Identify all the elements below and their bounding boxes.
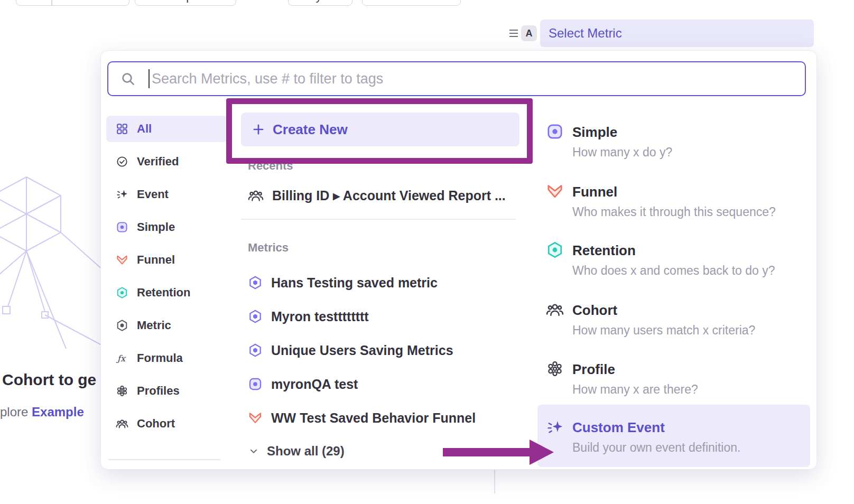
range-ytd-button[interactable]: YTD <box>51 0 109 3</box>
sidebar-item-all[interactable]: All <box>106 116 228 142</box>
metric-type-title: Custom Event <box>572 419 665 436</box>
sidebar-item-label: All <box>137 122 152 136</box>
sidebar-item-funnel[interactable]: Funnel <box>106 247 228 273</box>
text-caret <box>148 69 150 88</box>
funnel-icon <box>116 254 128 266</box>
empty-state-title: Cohort to ge <box>2 371 96 389</box>
chart-type-label: Line <box>393 0 446 3</box>
compare-label: Compare <box>135 0 236 3</box>
board-icon <box>248 377 263 391</box>
sidebar-item-label: Event <box>137 188 169 201</box>
recent-item-label: Billing ID ▸ Account Viewed Report ... <box>272 188 506 203</box>
metric-type-description: How many users match x criteria? <box>572 323 755 338</box>
grid-icon <box>116 123 128 135</box>
line-chart-icon <box>376 0 388 3</box>
show-all-label: Show all (29) <box>267 444 345 459</box>
sidebar-item-simple[interactable]: Simple <box>106 214 228 240</box>
sidebar-item-label: Metric <box>137 319 171 332</box>
saved-metric-item[interactable]: myronQA test <box>241 372 518 396</box>
metric-type-cohort[interactable]: Cohort How many users match x criteria? <box>537 301 810 359</box>
chevron-down-icon <box>248 445 259 457</box>
select-metric-field[interactable]: Select Metric <box>540 20 814 47</box>
metric-type-title: Profile <box>572 361 615 378</box>
sidebar-item-event[interactable]: Event <box>106 181 228 208</box>
svg-text:ƒx: ƒx <box>116 353 126 363</box>
sidebar-item-profiles[interactable]: Profiles <box>106 378 228 404</box>
simple-icon <box>116 221 128 234</box>
series-letter-badge: A <box>521 25 537 41</box>
create-new-button[interactable]: Create New <box>241 113 519 146</box>
metric-type-funnel[interactable]: Funnel Who makes it through this sequenc… <box>537 182 810 240</box>
saved-metric-item[interactable]: WW Test Saved Behavior Funnel <box>241 406 518 430</box>
section-divider <box>241 219 516 220</box>
subtext-fragment: plore <box>0 405 32 419</box>
search-input[interactable] <box>107 61 806 96</box>
metric-type-retention[interactable]: Retention Who does x and comes back to d… <box>537 241 810 299</box>
metric-type-title: Simple <box>572 124 617 141</box>
sidebar-item-verified[interactable]: Verified <box>106 148 228 175</box>
profiles-flower-icon <box>546 360 564 378</box>
sidebar-item-label: Funnel <box>137 253 175 267</box>
sidebar-item-partial[interactable] <box>106 463 228 470</box>
metric-type-title: Cohort <box>572 302 617 319</box>
sidebar-item-label: Retention <box>137 286 190 300</box>
metric-type-custom-event[interactable]: Custom Event Build your own event defini… <box>537 405 810 467</box>
metrics-header: Metrics <box>248 241 289 255</box>
empty-state-subtext: plore Example <box>0 405 84 419</box>
sidebar-item-label: Verified <box>137 155 179 169</box>
saved-metric-item[interactable]: Hans Testing saved metric <box>241 271 518 294</box>
cohort-people-icon <box>116 417 128 430</box>
recent-item[interactable]: Billing ID ▸ Account Viewed Report ... <box>241 184 518 207</box>
metric-hexagon-icon <box>248 309 263 324</box>
sidebar-divider <box>108 459 220 460</box>
metric-type-simple[interactable]: Simple How many x do y? <box>537 123 810 181</box>
sidebar-item-label: Profiles <box>137 384 180 398</box>
sidebar-item-formula[interactable]: ƒx Formula <box>106 345 228 371</box>
search-icon <box>120 71 136 87</box>
saved-metric-item[interactable]: Myron testttttttt <box>241 305 518 328</box>
metric-type-description: Who makes it through this sequence? <box>572 205 776 219</box>
panel-divider <box>494 468 495 493</box>
compare-button[interactable]: Compare <box>135 0 236 6</box>
saved-metric-label: Unique Users Saving Metrics <box>271 343 453 358</box>
range-12m-button[interactable]: 12M <box>16 0 51 3</box>
saved-metric-label: WW Test Saved Behavior Funnel <box>271 410 476 426</box>
cohort-people-icon <box>248 188 264 203</box>
saved-metric-label: Hans Testing saved metric <box>271 275 438 291</box>
sidebar-item-label: Formula <box>137 351 183 365</box>
create-new-label: Create New <box>273 122 348 138</box>
metric-hexagon-icon <box>116 319 128 332</box>
example-link[interactable]: Example <box>32 405 84 419</box>
show-all-toggle[interactable]: Show all (29) <box>241 441 345 462</box>
metric-type-description: Who does x and comes back to do y? <box>572 264 775 278</box>
funnel-icon <box>248 410 263 425</box>
funnel-icon <box>546 182 564 200</box>
saved-metric-label: myronQA test <box>271 377 358 392</box>
sidebar-item-retention[interactable]: Retention <box>106 279 228 306</box>
retention-icon <box>116 286 128 299</box>
simple-icon <box>546 123 564 141</box>
metric-type-description: How many x are there? <box>572 382 698 397</box>
chart-type-dropdown[interactable]: Line <box>362 0 461 6</box>
plus-icon <box>252 123 265 136</box>
chevron-down-icon <box>338 0 347 2</box>
metric-type-description: Build your own event definition. <box>572 441 740 455</box>
formula-icon: ƒx <box>116 352 128 365</box>
saved-metric-item[interactable]: Unique Users Saving Metrics <box>241 339 518 362</box>
verified-icon <box>116 155 128 168</box>
sidebar-item-label: Simple <box>137 220 175 234</box>
granularity-label: Day <box>289 0 334 3</box>
custom-event-icon <box>546 418 564 436</box>
metric-type-description: How many x do y? <box>572 145 672 160</box>
app-screen: 12M YTD Compare Day Line A Select Metric <box>0 0 854 504</box>
saved-metric-label: Myron testttttttt <box>271 309 369 324</box>
sidebar-item-cohort[interactable]: Cohort <box>106 410 228 437</box>
sidebar-item-metric[interactable]: Metric <box>106 312 228 339</box>
granularity-dropdown[interactable]: Day <box>288 0 352 6</box>
drag-handle-icon[interactable] <box>508 29 519 38</box>
sidebar-item-label: Cohort <box>137 417 175 431</box>
date-range-segmented-control[interactable]: 12M YTD <box>16 0 129 6</box>
profiles-flower-icon <box>116 385 128 397</box>
search-bar <box>107 61 806 96</box>
metric-picker-modal: All Verified Event Simple Funnel <box>100 50 817 470</box>
